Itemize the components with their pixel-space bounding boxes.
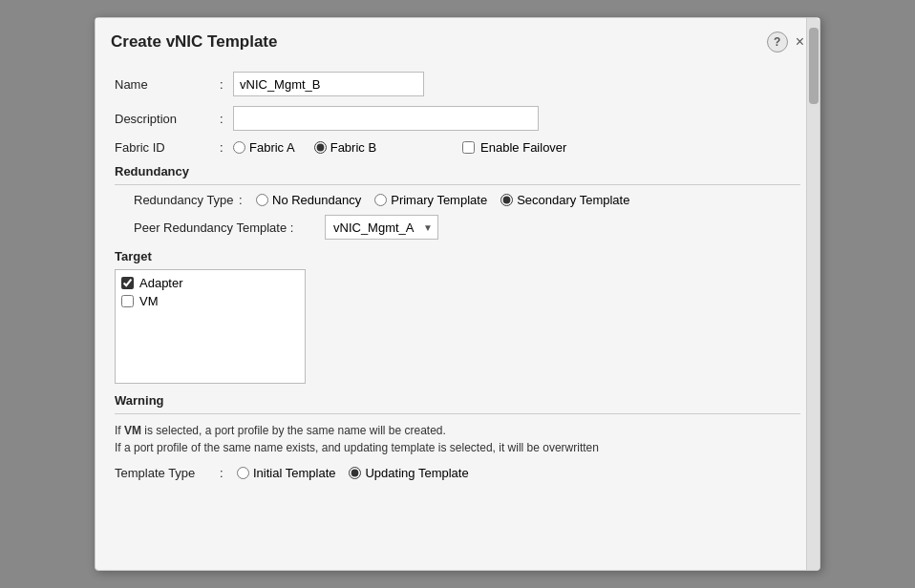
- help-icon: ?: [774, 35, 780, 49]
- template-type-colon: :: [220, 466, 233, 480]
- template-type-row: Template Type : Initial Template Updatin…: [115, 466, 800, 480]
- fabric-options: Fabric A Fabric B: [233, 140, 376, 155]
- primary-template-option[interactable]: Primary Template: [374, 193, 487, 207]
- adapter-label: Adapter: [139, 276, 183, 290]
- dialog-header: Create vNIC Template ? ×: [96, 18, 819, 62]
- target-section: Target Adapter VM: [115, 249, 800, 384]
- redundancy-divider: [115, 184, 800, 185]
- secondary-template-label: Secondary Template: [517, 193, 629, 207]
- fabric-id-colon: :: [220, 140, 233, 155]
- fabric-b-label: Fabric B: [330, 140, 376, 155]
- name-row: Name :: [115, 72, 800, 96]
- name-colon: :: [220, 77, 233, 92]
- redundancy-type-row: Redundancy Type : No Redundancy Primary …: [134, 193, 800, 207]
- vm-bold: VM: [124, 424, 141, 437]
- primary-template-radio[interactable]: [374, 194, 387, 206]
- warning-line2: If a port profile of the same name exist…: [115, 439, 800, 456]
- adapter-item: Adapter: [121, 274, 299, 292]
- warning-section: Warning If VM is selected, a port profil…: [115, 393, 800, 456]
- description-input[interactable]: [233, 106, 539, 131]
- redundancy-type-label: Redundancy Type: [134, 193, 239, 207]
- adapter-checkbox[interactable]: [121, 277, 134, 289]
- close-button[interactable]: ×: [796, 33, 804, 51]
- secondary-template-radio[interactable]: [500, 194, 513, 206]
- no-redundancy-label: No Redundancy: [272, 193, 361, 207]
- warning-title: Warning: [115, 393, 800, 408]
- close-icon: ×: [796, 33, 804, 50]
- vm-item: VM: [121, 292, 299, 310]
- vm-checkbox[interactable]: [121, 295, 134, 307]
- target-box: Adapter VM: [115, 269, 306, 384]
- fabric-b-option[interactable]: Fabric B: [314, 140, 376, 155]
- redundancy-type-colon: :: [239, 193, 252, 207]
- initial-template-radio[interactable]: [237, 467, 249, 479]
- no-redundancy-option[interactable]: No Redundancy: [256, 193, 361, 207]
- name-label: Name: [115, 77, 220, 92]
- description-row: Description :: [115, 106, 800, 131]
- dialog-body: Name : Description : Fabric ID : Fabric: [96, 62, 819, 570]
- enable-failover-checkbox[interactable]: [462, 141, 475, 154]
- vm-label: VM: [139, 294, 159, 308]
- warning-divider: [115, 413, 800, 414]
- fabric-a-label: Fabric A: [249, 140, 295, 155]
- description-colon: :: [220, 112, 233, 126]
- description-field-wrapper: [233, 106, 800, 131]
- template-type-options: Initial Template Updating Template: [237, 466, 469, 480]
- name-input[interactable]: [233, 72, 424, 96]
- initial-template-label: Initial Template: [253, 466, 335, 480]
- name-field-wrapper: [233, 72, 800, 96]
- fabric-id-label: Fabric ID: [115, 140, 220, 155]
- no-redundancy-radio[interactable]: [256, 194, 268, 206]
- peer-label: Peer Redundancy Template :: [134, 220, 325, 235]
- fabric-a-radio[interactable]: [233, 141, 245, 154]
- template-type-label: Template Type: [115, 466, 220, 480]
- scrollbar[interactable]: [806, 18, 819, 570]
- failover-group: Enable Failover: [462, 140, 566, 155]
- updating-template-option[interactable]: Updating Template: [349, 466, 468, 480]
- scrollbar-thumb: [809, 28, 819, 104]
- primary-template-label: Primary Template: [391, 193, 487, 207]
- updating-template-radio[interactable]: [349, 467, 361, 479]
- description-label: Description: [115, 112, 220, 126]
- warning-line1: If VM is selected, a port profile by the…: [115, 422, 800, 439]
- header-actions: ? ×: [767, 32, 804, 52]
- target-title: Target: [115, 249, 800, 263]
- redundancy-type-options: No Redundancy Primary Template Secondary…: [256, 193, 629, 207]
- fabric-options-wrapper: Fabric A Fabric B Enable Failover: [233, 140, 800, 155]
- fabric-b-radio[interactable]: [314, 141, 327, 154]
- redundancy-section: Redundancy Redundancy Type : No Redundan…: [115, 164, 800, 240]
- fabric-id-row: Fabric ID : Fabric A Fabric B Enable Fai…: [115, 140, 800, 155]
- updating-template-label: Updating Template: [365, 466, 468, 480]
- fabric-a-option[interactable]: Fabric A: [233, 140, 295, 155]
- redundancy-inner: Redundancy Type : No Redundancy Primary …: [115, 193, 800, 240]
- help-button[interactable]: ?: [767, 32, 788, 52]
- redundancy-title: Redundancy: [115, 164, 800, 178]
- initial-template-option[interactable]: Initial Template: [237, 466, 335, 480]
- warning-text: If VM is selected, a port profile by the…: [115, 422, 800, 456]
- dialog-title: Create vNIC Template: [111, 32, 277, 52]
- peer-row: Peer Redundancy Template : vNIC_Mgmt_A v…: [134, 215, 800, 240]
- create-vnic-template-dialog: Create vNIC Template ? × Name : Descript…: [95, 17, 820, 571]
- peer-select-wrapper: vNIC_Mgmt_A vNIC_Mgmt_B ▼: [325, 215, 438, 240]
- secondary-template-option[interactable]: Secondary Template: [500, 193, 629, 207]
- peer-select[interactable]: vNIC_Mgmt_A vNIC_Mgmt_B: [325, 215, 438, 240]
- enable-failover-label: Enable Failover: [480, 140, 566, 155]
